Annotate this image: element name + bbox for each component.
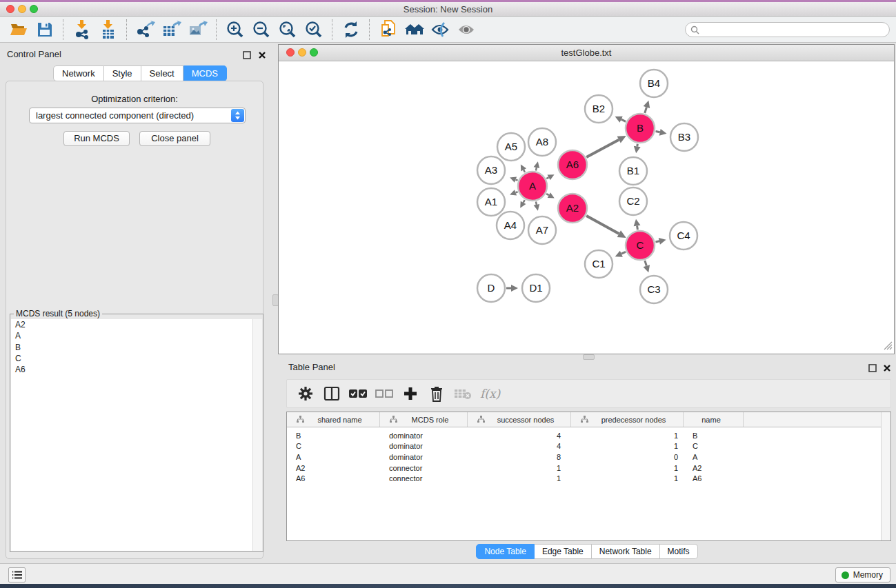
open-session-icon[interactable] (6, 19, 32, 40)
table-cell[interactable]: 4 (468, 442, 571, 450)
table-header-row[interactable]: shared nameMCDS rolesuccessor nodesprede… (287, 412, 890, 427)
column-header-predecessor-nodes[interactable]: predecessor nodes (571, 412, 684, 427)
home-icon[interactable] (401, 19, 428, 40)
close-panel-button[interactable]: Close panel (139, 131, 210, 146)
edge-A6-B[interactable] (586, 140, 619, 157)
tab-style[interactable]: Style (104, 65, 141, 81)
run-mcds-button[interactable]: Run MCDS (63, 131, 130, 146)
zoom-selected-icon[interactable] (301, 19, 327, 40)
hide-graphics-details-icon[interactable] (428, 19, 454, 40)
edge-C-C4[interactable] (655, 241, 659, 242)
mcds-result-list[interactable]: A2ABCA6 (11, 319, 254, 551)
memory-button[interactable]: Memory (835, 567, 890, 582)
tab-network-table[interactable]: Network Table (592, 544, 660, 559)
table-cell[interactable]: 4 (468, 432, 571, 440)
import-table-icon[interactable] (95, 19, 121, 40)
table-scrollbar[interactable] (881, 412, 890, 540)
edge-A-A2[interactable] (546, 194, 549, 195)
save-session-icon[interactable] (32, 19, 58, 40)
table-row[interactable]: A2connector11A2 (287, 463, 890, 474)
table-rows[interactable]: Bdominator41BCdominator41CAdominator80AA… (287, 427, 890, 484)
table-cell[interactable]: connector (380, 474, 468, 483)
tab-node-table[interactable]: Node Table (476, 544, 535, 559)
network-canvas[interactable]: B4B2BB3A8A5A6A3B1AA1C2A2A4A7C4CC1C3DD1 (279, 61, 894, 354)
table-cell[interactable]: connector (380, 464, 468, 472)
table-cell[interactable]: A6 (287, 474, 380, 483)
edge-C-C2[interactable] (637, 226, 638, 230)
edge-C-C1[interactable] (621, 252, 626, 254)
edge-B-B3[interactable] (656, 132, 660, 132)
refresh-icon[interactable] (338, 19, 364, 40)
edge-C-C3[interactable] (645, 261, 646, 266)
column-header-name[interactable]: name (684, 412, 744, 427)
edge-A-A4[interactable] (524, 200, 525, 203)
zoom-in-icon[interactable] (222, 19, 248, 40)
tab-edge-table[interactable]: Edge Table (535, 544, 592, 559)
table-cell[interactable]: 1 (571, 464, 684, 472)
network-graph[interactable]: B4B2BB3A8A5A6A3B1AA1C2A2A4A7C4CC1C3DD1 (279, 61, 894, 354)
table-cell[interactable]: A6 (684, 474, 744, 483)
edge-B-B4[interactable] (645, 107, 647, 113)
import-network-icon[interactable] (69, 19, 95, 40)
gear-icon[interactable] (292, 383, 319, 404)
select-all-checkboxes-icon[interactable] (345, 383, 371, 404)
mcds-result-item[interactable]: B (11, 342, 254, 353)
table-cell[interactable]: B (287, 432, 380, 440)
float-table-panel-icon[interactable] (868, 363, 877, 372)
float-panel-icon[interactable] (243, 50, 252, 59)
export-table-icon[interactable] (159, 19, 185, 40)
edge-B-B1[interactable] (637, 144, 638, 147)
table-row[interactable]: Cdominator41C (287, 441, 890, 452)
table-cell[interactable]: 0 (571, 453, 684, 461)
add-column-icon[interactable] (397, 383, 424, 404)
mcds-list-scrollbar[interactable] (252, 319, 262, 551)
delete-column-icon[interactable] (424, 383, 450, 404)
edge-A-A7[interactable] (536, 201, 537, 204)
network-documents-icon[interactable] (375, 19, 401, 40)
column-header-shared-name[interactable]: shared name (287, 412, 380, 427)
table-cell[interactable]: 1 (571, 432, 684, 440)
horizontal-splitter-handle[interactable] (583, 354, 595, 360)
table-row[interactable]: Bdominator41B (287, 430, 890, 441)
close-table-panel-icon[interactable] (883, 363, 892, 372)
table-cell[interactable]: A2 (287, 464, 380, 472)
criterion-select[interactable]: largest connected component (directed) (29, 108, 246, 123)
export-network-icon[interactable] (132, 19, 159, 40)
table-cell[interactable]: B (684, 432, 744, 440)
column-header-successor-nodes[interactable]: successor nodes (468, 412, 571, 427)
mcds-result-item[interactable]: C (11, 353, 254, 364)
edge-A-A1[interactable] (515, 192, 517, 192)
table-cell[interactable]: dominator (380, 453, 468, 461)
tab-motifs[interactable]: Motifs (660, 544, 698, 559)
table-cell[interactable]: dominator (380, 442, 468, 450)
export-image-icon[interactable] (185, 19, 211, 40)
tab-network[interactable]: Network (53, 65, 104, 81)
edge-A-A3[interactable] (515, 180, 517, 181)
edge-B-B2[interactable] (621, 119, 626, 121)
resize-grip-icon[interactable] (884, 341, 893, 353)
table-cell[interactable]: A (684, 453, 744, 461)
edge-A-A6[interactable] (546, 177, 548, 179)
zoom-fit-icon[interactable] (275, 19, 301, 40)
search-input[interactable] (702, 23, 884, 37)
search-field[interactable] (685, 22, 890, 37)
mcds-result-item[interactable]: A (11, 330, 254, 341)
deselect-all-checkboxes-icon[interactable] (371, 383, 397, 404)
table-cell[interactable]: A (287, 453, 380, 461)
show-graphics-details-icon[interactable] (454, 19, 480, 40)
table-cell[interactable]: dominator (380, 432, 468, 440)
zoom-out-icon[interactable] (248, 19, 275, 40)
table-row[interactable]: A6connector11A6 (287, 473, 890, 484)
network-window-titlebar[interactable]: testGlobe.txt (279, 45, 894, 61)
function-builder-icon[interactable]: f(x) (480, 387, 500, 401)
table-cell[interactable]: 1 (468, 464, 571, 472)
table-cell[interactable]: 1 (571, 442, 684, 450)
edge-A-A5[interactable] (524, 170, 525, 172)
table-cell[interactable]: C (287, 442, 380, 450)
table-cell[interactable]: 1 (468, 474, 571, 483)
close-panel-icon[interactable] (258, 50, 267, 59)
tab-select[interactable]: Select (141, 65, 183, 81)
table-cell[interactable]: A2 (684, 464, 744, 472)
mcds-result-item[interactable]: A6 (11, 364, 254, 375)
table-cell[interactable]: 1 (571, 474, 684, 483)
